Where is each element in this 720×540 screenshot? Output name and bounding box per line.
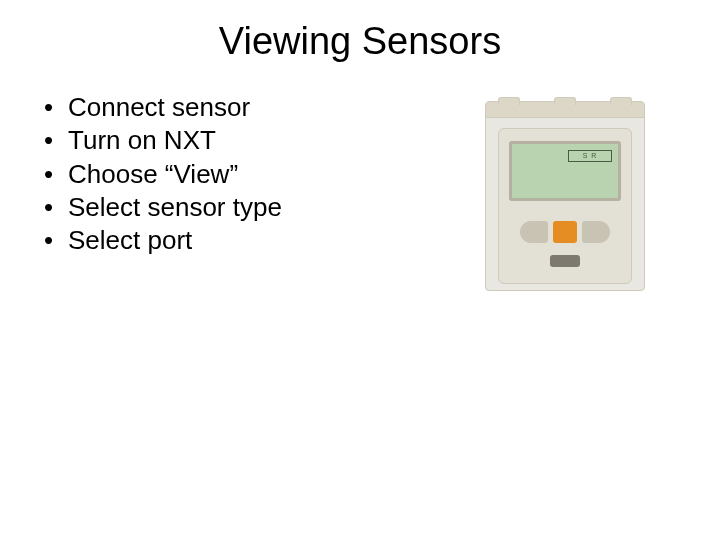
list-item: Connect sensor (40, 91, 460, 124)
nxt-buttons-icon (520, 207, 610, 267)
list-item: Select port (40, 224, 460, 257)
bullet-list: Connect sensor Turn on NXT Choose “View”… (40, 91, 460, 257)
nxt-face-icon: S R (498, 128, 632, 284)
arrow-right-icon (582, 221, 610, 243)
list-item: Select sensor type (40, 191, 460, 224)
nxt-top-ports-icon (486, 102, 644, 118)
port-tab-icon (610, 97, 632, 105)
slide-title: Viewing Sensors (0, 0, 720, 91)
screen-readout: S R (568, 150, 612, 162)
enter-button-icon (553, 221, 577, 243)
nxt-screen-icon: S R (509, 141, 621, 201)
list-item: Choose “View” (40, 158, 460, 191)
arrow-left-icon (520, 221, 548, 243)
device-illustration: S R (460, 91, 670, 291)
list-item: Turn on NXT (40, 124, 460, 157)
port-tab-icon (554, 97, 576, 105)
content-row: Connect sensor Turn on NXT Choose “View”… (0, 91, 720, 291)
port-tab-icon (498, 97, 520, 105)
nxt-brick-icon: S R (485, 101, 645, 291)
back-button-icon (550, 255, 580, 267)
